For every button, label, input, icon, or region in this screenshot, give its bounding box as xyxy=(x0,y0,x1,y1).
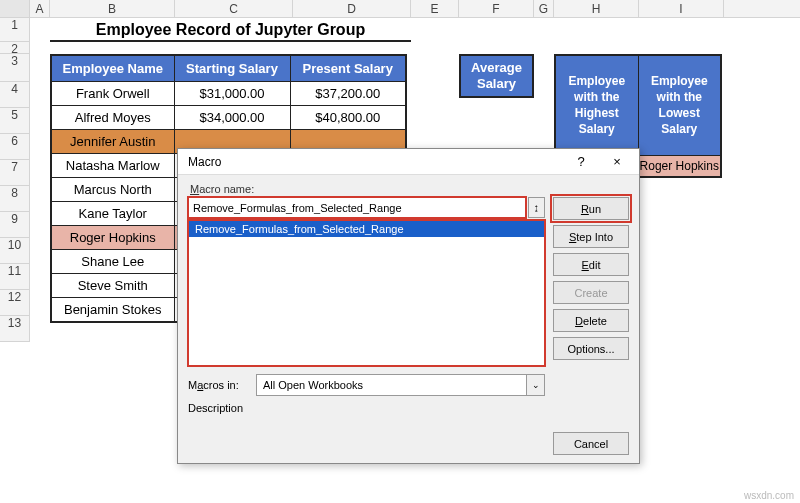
col-A[interactable]: A xyxy=(30,0,50,17)
close-icon[interactable]: × xyxy=(599,151,635,173)
row-2[interactable]: 2 xyxy=(0,42,30,54)
th-present[interactable]: Present Salary xyxy=(290,55,406,82)
row-5[interactable]: 5 xyxy=(0,108,30,134)
row-6[interactable]: 6 xyxy=(0,134,30,160)
step-into-button[interactable]: Step Into xyxy=(553,225,629,248)
cell-name[interactable]: Steve Smith xyxy=(51,274,174,298)
cell-name[interactable]: Benjamin Stokes xyxy=(51,298,174,323)
th-start[interactable]: Starting Salary xyxy=(174,55,290,82)
cell-name[interactable]: Frank Orwell xyxy=(51,82,174,106)
stepper-icon[interactable]: ↨ xyxy=(528,197,545,218)
cell-name[interactable]: Roger Hopkins xyxy=(51,226,174,250)
avg-table: Average Salary xyxy=(459,54,534,98)
row-header-col: 1 2 3 4 5 6 7 8 9 10 11 12 13 xyxy=(0,18,30,342)
cell-name[interactable]: Jennifer Austin xyxy=(51,130,174,154)
col-D[interactable]: D xyxy=(293,0,411,17)
avg-header[interactable]: Average Salary xyxy=(460,55,533,97)
delete-button[interactable]: Delete xyxy=(553,309,629,332)
col-E[interactable]: E xyxy=(411,0,459,17)
col-B[interactable]: B xyxy=(50,0,175,17)
row-13[interactable]: 13 xyxy=(0,316,30,342)
dialog-title: Macro xyxy=(188,155,563,169)
row-12[interactable]: 12 xyxy=(0,290,30,316)
run-button[interactable]: Run xyxy=(553,197,629,220)
macro-listbox[interactable]: Remove_Formulas_from_Selected_Range xyxy=(188,220,545,366)
cell-start[interactable]: $34,000.00 xyxy=(174,106,290,130)
row-11[interactable]: 11 xyxy=(0,264,30,290)
low-header[interactable]: Employee with the Lowest Salary xyxy=(638,55,721,155)
cell-present[interactable]: $40,800.00 xyxy=(290,106,406,130)
cell-name[interactable]: Kane Taylor xyxy=(51,202,174,226)
page-title: Employee Record of Jupyter Group xyxy=(50,18,411,42)
col-I[interactable]: I xyxy=(639,0,724,17)
options-button[interactable]: Options... xyxy=(553,337,629,360)
low-value[interactable]: Roger Hopkins xyxy=(638,155,721,177)
macros-in-combo[interactable]: All Open Workbooks xyxy=(256,374,527,396)
description-label: Description xyxy=(188,402,545,414)
select-all-cell[interactable] xyxy=(0,0,30,17)
row-3[interactable]: 3 xyxy=(0,54,30,82)
row-10[interactable]: 10 xyxy=(0,238,30,264)
create-button: Create xyxy=(553,281,629,304)
row-4[interactable]: 4 xyxy=(0,82,30,108)
row-9[interactable]: 9 xyxy=(0,212,30,238)
hi-header[interactable]: Employee with the Highest Salary xyxy=(555,55,638,155)
cell-name[interactable]: Alfred Moyes xyxy=(51,106,174,130)
row-7[interactable]: 7 xyxy=(0,160,30,186)
cell-name[interactable]: Marcus North xyxy=(51,178,174,202)
macro-name-input[interactable] xyxy=(188,197,526,218)
row-1[interactable]: 1 xyxy=(0,18,30,42)
cell-start[interactable]: $31,000.00 xyxy=(174,82,290,106)
macro-name-label: Macro name: xyxy=(190,183,545,195)
chevron-down-icon[interactable]: ⌄ xyxy=(527,374,545,396)
row-8[interactable]: 8 xyxy=(0,186,30,212)
edit-button[interactable]: Edit xyxy=(553,253,629,276)
th-name[interactable]: Employee Name xyxy=(51,55,174,82)
cell-name[interactable]: Natasha Marlow xyxy=(51,154,174,178)
watermark: wsxdn.com xyxy=(744,490,794,501)
col-H[interactable]: H xyxy=(554,0,639,17)
col-F[interactable]: F xyxy=(459,0,534,17)
dialog-titlebar[interactable]: Macro ? × xyxy=(178,149,639,175)
cancel-button[interactable]: Cancel xyxy=(553,432,629,455)
col-G[interactable]: G xyxy=(534,0,554,17)
column-header-row: A B C D E F G H I xyxy=(0,0,800,18)
cell-present[interactable]: $37,200.00 xyxy=(290,82,406,106)
list-item[interactable]: Remove_Formulas_from_Selected_Range xyxy=(189,221,544,237)
cell-name[interactable]: Shane Lee xyxy=(51,250,174,274)
macros-in-label: Macros in: xyxy=(188,379,250,391)
col-C[interactable]: C xyxy=(175,0,293,17)
help-icon[interactable]: ? xyxy=(563,151,599,173)
macro-dialog: Macro ? × Macro name: ↨ Remove_Formulas_… xyxy=(177,148,640,464)
